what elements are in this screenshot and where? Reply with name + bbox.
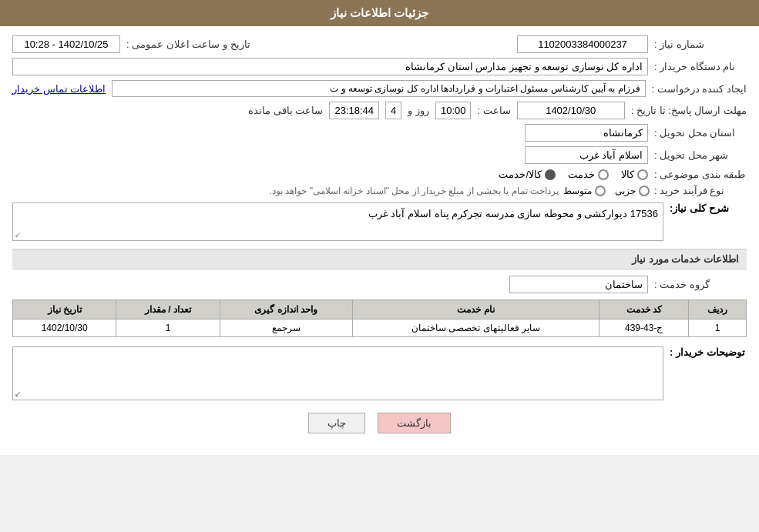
- cell-radif: 1: [689, 320, 747, 337]
- mohlat-time: 10:00: [435, 102, 472, 119]
- back-button[interactable]: بازگشت: [378, 413, 451, 433]
- shomara-niaz-value: 1102003384000237: [517, 35, 648, 53]
- aatelaat-tamas-link[interactable]: اطلاعات تماس خریدار: [12, 83, 106, 95]
- process-motovaset-circle: [595, 186, 606, 196]
- khadamat-section-title: اطلاعات خدمات مورد نیاز: [12, 249, 747, 269]
- tawzih-content: ↙: [12, 346, 663, 400]
- page-header: جزئیات اطلاعات نیاز: [0, 0, 759, 26]
- cell-unit: سرجمع: [220, 320, 352, 337]
- mohlat-remaining: 23:18:44: [329, 102, 379, 119]
- mohlat-date: 1402/10/30: [517, 102, 625, 119]
- tawzih-label: توضیحات خریدار :: [670, 346, 747, 358]
- table-row: 1 ج-43-439 سایر فعالیتهای تخصصی ساختمان …: [13, 320, 747, 337]
- radio-kala-label: کالا: [621, 169, 634, 180]
- mohlat-rooz-label: روز و: [408, 105, 429, 116]
- process-jazii-label: جزیی: [615, 186, 636, 196]
- tarikh-label: تاریخ و ساعت اعلان عمومی :: [126, 38, 250, 50]
- cell-name: سایر فعالیتهای تخصصی ساختمان: [352, 320, 599, 337]
- gorohe-khedmat-label: گروه خدمت :: [654, 279, 747, 290]
- nam-dastgah-label: نام دستگاه خریدار :: [654, 61, 747, 72]
- sharh-label: شرح کلی نیاز:: [670, 202, 747, 214]
- process-jazii[interactable]: جزیی: [615, 186, 650, 196]
- col-radif: ردیف: [689, 300, 747, 320]
- col-date: تاریخ نیاز: [13, 300, 116, 320]
- ostan-label: استان محل تحویل :: [654, 127, 747, 139]
- cell-date: 1402/10/30: [13, 320, 116, 337]
- shahr-value: اسلام آباد غرب: [525, 146, 648, 164]
- process-note: پرداخت تمام یا بخشی از مبلغ خریدار از مح…: [270, 186, 559, 196]
- radio-khedmat-label: خدمت: [568, 169, 595, 180]
- tabaqe-radio-group: کالا خدمت کالا/خدمت: [499, 169, 648, 180]
- radio-kala[interactable]: کالا: [621, 169, 648, 180]
- col-count: تعداد / مقدار: [116, 300, 220, 320]
- resize-icon: ↙: [15, 390, 21, 398]
- process-jazii-circle: [639, 186, 650, 196]
- shahr-label: شهر محل تحویل :: [654, 149, 747, 161]
- radio-khedmat[interactable]: خدمت: [568, 169, 609, 180]
- tabaqe-label: طبقه بندی موضوعی :: [654, 169, 747, 180]
- process-motovaset[interactable]: متوسط: [563, 186, 606, 196]
- radio-kala-khedmat[interactable]: کالا/خدمت: [499, 169, 556, 180]
- col-name: نام خدمت: [352, 300, 599, 320]
- service-table: ردیف کد خدمت نام خدمت واحد اندازه گیری ت…: [12, 299, 747, 337]
- radio-khedmat-circle: [598, 169, 609, 180]
- mohlat-label: مهلت ارسال پاسخ: تا تاریخ :: [631, 105, 747, 116]
- col-code: کد خدمت: [599, 300, 689, 320]
- radio-kala-circle: [637, 169, 648, 180]
- mohlat-rooz: 4: [385, 102, 401, 119]
- ostan-value: کرمانشاه: [525, 124, 648, 142]
- mohlat-time-label: ساعت :: [477, 105, 510, 116]
- sharh-value: 17536 دیوارکشی و محوطه سازی مدرسه تجرکرم…: [12, 202, 663, 241]
- process-motovaset-label: متوسط: [563, 186, 592, 196]
- cell-code: ج-43-439: [599, 320, 689, 337]
- ijad-value: فرزام به آیین کارشناس مسئول اعتبارات و ق…: [112, 80, 645, 97]
- col-unit: واحد اندازه گیری: [220, 300, 352, 320]
- button-row: بازگشت چاپ: [12, 413, 747, 433]
- mohlat-remaining-label: ساعت باقی مانده: [248, 105, 323, 116]
- tarikh-value: 1402/10/25 - 10:28: [12, 35, 120, 53]
- nooe-farayand-label: نوع فرآیند خرید :: [654, 185, 747, 196]
- gorohe-khedmat-value: ساختمان: [509, 276, 648, 293]
- print-button[interactable]: چاپ: [308, 413, 365, 433]
- cell-count: 1: [116, 320, 220, 337]
- radio-kala-khedmat-circle: [545, 169, 556, 180]
- header-title: جزئیات اطلاعات نیاز: [331, 6, 428, 19]
- shomara-niaz-label: شماره نیاز :: [654, 38, 747, 50]
- radio-kala-khedmat-label: کالا/خدمت: [499, 169, 542, 180]
- nam-dastgah-value: اداره کل نوسازی توسعه و تجهیز مدارس استا…: [12, 58, 648, 75]
- ijad-label: ایجاد کننده درخواست :: [652, 83, 747, 95]
